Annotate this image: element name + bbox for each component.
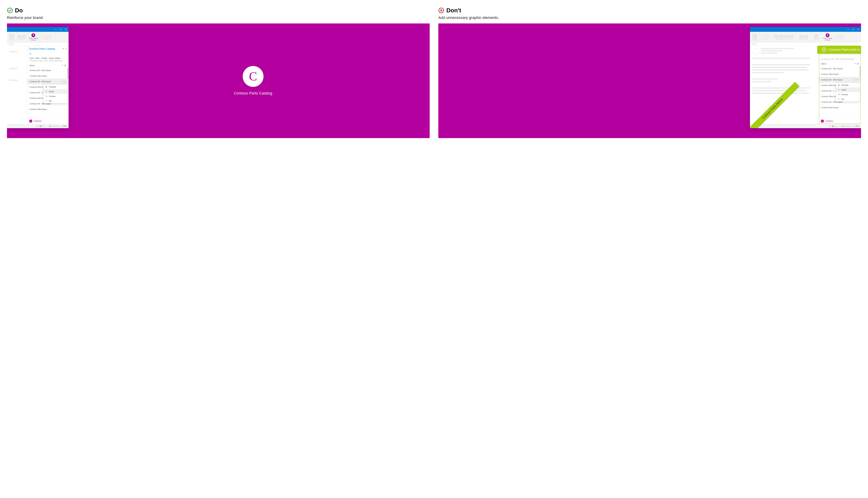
dont-panel: Don't Add unnecessary graphic elements. … [438, 7, 861, 138]
do-subtitle: Reinforce your brand. [7, 15, 430, 20]
ribbon-addin-button[interactable]: Parts Catalog Contoso [821, 32, 834, 42]
list-item-selected[interactable]: Contoso 60 - 65w Equal • • • [27, 79, 69, 84]
titlebar: — ▢ ✕ [750, 27, 861, 32]
menu-preview[interactable]: ◉Preview [836, 83, 860, 87]
ribbon: Parts Catalog Contoso [750, 32, 861, 42]
results-count: 16 results in LED - R30 - 60-65 Watt Equ… [27, 60, 69, 63]
insert-icon: ⇤ [838, 89, 840, 91]
ribbon-group [40, 32, 56, 42]
list-item[interactable]: Contoso 60 - 65w Equal [819, 66, 861, 71]
more-icon[interactable]: • • • [855, 79, 859, 81]
zoom-level: 100% [62, 125, 67, 127]
select-row [7, 42, 69, 46]
zoom-slider[interactable] [841, 126, 851, 127]
checkbox[interactable] [9, 43, 11, 45]
checkbox[interactable] [12, 43, 14, 45]
taskpane-title: Contoso Parts Catalog [29, 47, 55, 50]
sort-icon[interactable]: ↓ [35, 64, 36, 67]
ribbon-group [759, 32, 772, 42]
brand-logo: C [243, 66, 263, 87]
view-mode-icon[interactable] [835, 126, 837, 127]
checkbox[interactable] [755, 43, 757, 45]
column-header: Name ↓ ≡▦ [27, 63, 69, 68]
list-item[interactable]: Contoso 60 - 65w Equal [27, 68, 69, 73]
close-icon[interactable]: ✕ [65, 28, 67, 30]
insert-icon: ⇤ [45, 90, 48, 93]
hamburger-icon[interactable]: ≡ [27, 52, 69, 56]
brand-badge: C [821, 119, 824, 123]
zoom-slider[interactable] [48, 126, 59, 127]
ribbon-addin-button[interactable]: Parts Catalog Contoso [27, 32, 40, 42]
ribbon-group [812, 32, 821, 42]
zoom-out-icon[interactable]: − [838, 125, 839, 127]
list-view-icon[interactable]: ≡ [854, 63, 855, 65]
context-menu: ◉Preview ⇤Insert ⇆Format ⊷Pin [836, 82, 860, 102]
titlebar: — ▢ ✕ [7, 27, 69, 32]
checkbox[interactable] [752, 43, 754, 45]
do-canvas: — ▢ ✕ Parts Catalog Contoso [7, 24, 430, 138]
taskpane-footer: C Contoso [819, 118, 861, 124]
zoom-in-icon[interactable]: + [853, 125, 854, 127]
list-item-selected[interactable]: Contoso 60 - 65w Equal • • • [819, 77, 861, 82]
list-view-icon[interactable]: ≡ [62, 64, 63, 67]
taskpane-title-bar: Contoso Parts Catalog ▼✕ [27, 46, 69, 52]
task-pane: Contoso Parts Catalog ▼✕ ≡ LED - R30 - 2… [27, 46, 69, 124]
results-list: Contoso 60 - 65w Equal Contoso 85w Equal… [27, 68, 69, 118]
content-area: Contoso Parts Catalog ▼✕ ≡ LED - R30 - 2… [7, 46, 69, 124]
grid-view-icon[interactable]: ▦ [64, 64, 66, 67]
sort-icon[interactable]: ↓ [827, 63, 828, 65]
app-window: — ▢ ✕ Parts Catalog Contoso [7, 27, 69, 128]
close-pane-icon[interactable]: ✕ [65, 48, 67, 50]
list-item[interactable]: Contoso 85w Equal [27, 106, 69, 112]
breadcrumb: LED - R30 - 2700K - Warm White [27, 56, 69, 60]
menu-insert[interactable]: ⇤Insert [836, 87, 860, 92]
view-mode-icon[interactable] [37, 126, 38, 127]
view-mode-icon[interactable] [43, 126, 44, 127]
do-panel: Do Reinforce your brand. — ▢ ✕ P [7, 7, 430, 138]
more-icon[interactable]: • • • [62, 80, 66, 82]
brand-badge: C [29, 119, 32, 123]
menu-pin[interactable]: ⊷Pin [43, 99, 67, 103]
menu-insert[interactable]: ⇤Insert [43, 89, 67, 94]
minimize-icon[interactable]: — [55, 28, 57, 30]
results-list: Contoso 60 - 65w Equal Contoso 85w Equal… [819, 66, 861, 118]
menu-format[interactable]: ⇆Format [836, 92, 860, 97]
maximize-icon[interactable]: ▢ [60, 28, 62, 30]
lightbulb-icon [826, 34, 829, 37]
view-mode-icon[interactable] [40, 126, 41, 127]
context-menu: ◉Preview ⇤Insert ⇆Format ⊷Pin [43, 84, 68, 103]
do-header: Do [7, 7, 430, 14]
results-count: 16 results in LED - R30 - 60-65 Watt Equ… [819, 58, 861, 62]
list-item[interactable]: Contoso 85w Equal [819, 71, 861, 77]
mail-preview [7, 46, 27, 124]
check-circle-icon [7, 8, 13, 13]
maximize-icon[interactable]: ▢ [852, 28, 854, 30]
zoom-out-icon[interactable]: − [46, 125, 47, 127]
view-mode-icon[interactable] [829, 126, 831, 127]
zoom-level: 100% [855, 125, 859, 127]
brand-splash-label: Contoso Parts Catalog [234, 91, 272, 95]
pin-icon: ⊷ [838, 98, 840, 100]
avatar [752, 48, 759, 54]
list-item[interactable]: Contoso 85w Equal [819, 105, 861, 110]
menu-preview[interactable]: ◉Preview [43, 84, 67, 89]
ribbon-group [750, 32, 759, 42]
view-mode-icon[interactable] [832, 126, 834, 127]
dont-title: Don't [446, 7, 461, 14]
eye-icon: ◉ [838, 84, 840, 86]
dont-canvas: — ▢ ✕ [438, 24, 861, 138]
eye-icon: ◉ [45, 86, 48, 88]
minimize-icon[interactable]: — [847, 28, 849, 30]
status-bar: − + 100% [7, 124, 69, 128]
ribbon-group [16, 32, 27, 42]
list-item[interactable]: Contoso 85w Equal [27, 73, 69, 79]
ribbon-group [834, 32, 850, 42]
zoom-in-icon[interactable]: + [60, 125, 61, 127]
mail-preview: Contoso Parts Add-in [750, 46, 818, 124]
diagonal-ribbon: Contoso Parts Add-in [750, 82, 799, 128]
close-icon[interactable]: ✕ [857, 28, 859, 30]
menu-pin[interactable]: ⊷Pin [836, 97, 860, 102]
dropdown-icon[interactable]: ▼ [62, 48, 64, 50]
grid-view-icon[interactable]: ▦ [857, 63, 859, 65]
menu-format[interactable]: ⇆Format [43, 94, 67, 99]
